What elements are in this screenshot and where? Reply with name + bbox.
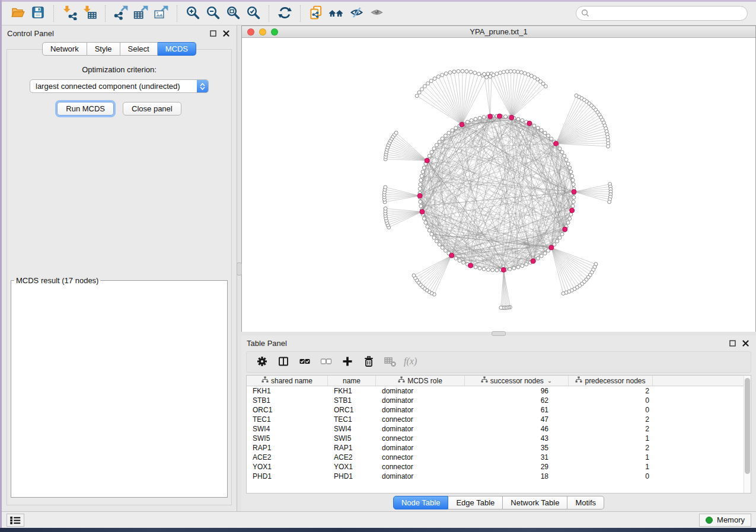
table-scrollbar[interactable]	[744, 376, 751, 493]
maximize-window-button[interactable]	[271, 28, 278, 36]
table-cell[interactable]: 2	[569, 444, 653, 452]
table-cell[interactable]: 29	[465, 463, 569, 471]
vertical-splitter[interactable]	[237, 25, 241, 511]
table-cell[interactable]: connector	[376, 463, 465, 471]
table-cell[interactable]: 18	[465, 472, 569, 480]
table-cell[interactable]: 0	[569, 396, 653, 405]
table-scrollbar-thumb[interactable]	[745, 378, 750, 474]
minimize-window-button[interactable]	[259, 28, 266, 36]
horizontal-splitter[interactable]	[241, 332, 756, 335]
tab-style[interactable]: Style	[87, 42, 120, 56]
optimization-criterion-dropdown[interactable]: largest connected component (undirected)	[30, 79, 209, 93]
table-cell[interactable]: 62	[465, 396, 569, 405]
table-row[interactable]: SWI5SWI5connector431	[247, 434, 751, 443]
search-input[interactable]	[576, 6, 748, 21]
save-session-button[interactable]	[28, 4, 48, 23]
hide-selected-button[interactable]	[346, 4, 366, 23]
table-cell[interactable]: dominator	[376, 425, 465, 433]
memory-button[interactable]: Memory	[699, 514, 751, 527]
table-cell[interactable]: RAP1	[328, 444, 376, 452]
table-cell[interactable]: ORC1	[328, 406, 376, 414]
tab-mcds[interactable]: MCDS	[158, 42, 196, 56]
network-canvas[interactable]	[242, 38, 755, 332]
delete-column-button[interactable]	[358, 353, 379, 371]
column-header-name[interactable]: name	[328, 376, 376, 386]
float-table-panel-button[interactable]	[727, 338, 738, 348]
table-cell[interactable]: 46	[465, 425, 569, 433]
table-cell[interactable]: PHD1	[247, 472, 328, 480]
show-all-button[interactable]	[366, 4, 387, 23]
close-panel-button[interactable]	[221, 28, 231, 39]
close-window-button[interactable]	[247, 28, 254, 36]
deselect-all-button[interactable]	[315, 353, 337, 371]
table-options-button[interactable]	[251, 353, 273, 371]
select-all-button[interactable]	[294, 353, 315, 371]
duplicate-network-button[interactable]	[306, 4, 326, 23]
table-cell[interactable]: connector	[376, 434, 465, 443]
table-cell[interactable]: 2	[569, 425, 653, 433]
table-cell[interactable]: STB1	[328, 396, 376, 405]
table-cell[interactable]: SWI5	[247, 434, 328, 443]
table-cell[interactable]: TEC1	[328, 415, 376, 424]
export-network-button[interactable]	[111, 4, 131, 23]
show-task-history-button[interactable]	[7, 514, 24, 527]
table-row[interactable]: SWI4SWI4dominator462	[247, 424, 751, 434]
open-session-button[interactable]	[8, 4, 28, 23]
column-header-successor-nodes[interactable]: successor nodes⌄	[465, 376, 569, 386]
table-cell[interactable]: dominator	[376, 472, 465, 480]
table-row[interactable]: RAP1RAP1dominator352	[247, 443, 751, 453]
table-row[interactable]: ACE2ACE2connector311	[247, 453, 751, 462]
tab-network-table[interactable]: Network Table	[503, 496, 567, 509]
import-network-button[interactable]	[59, 4, 79, 23]
table-row[interactable]: YOX1YOX1connector291	[247, 462, 751, 472]
table-cell[interactable]: YOX1	[247, 463, 328, 471]
refresh-button[interactable]	[275, 4, 295, 23]
tab-node-table[interactable]: Node Table	[393, 496, 449, 509]
show-column-button[interactable]	[273, 353, 294, 371]
first-neighbors-button[interactable]	[326, 4, 346, 23]
column-header-shared-name[interactable]: shared name	[247, 376, 328, 386]
table-cell[interactable]: 1	[569, 463, 653, 471]
tab-edge-table[interactable]: Edge Table	[448, 496, 503, 509]
zoom-in-button[interactable]	[183, 4, 203, 23]
zoom-selected-button[interactable]	[243, 4, 263, 23]
network-graph[interactable]	[242, 38, 755, 331]
export-image-button[interactable]	[151, 4, 171, 23]
close-mcds-panel-button[interactable]: Close panel	[123, 102, 181, 116]
create-column-button[interactable]	[337, 353, 358, 371]
table-cell[interactable]: 35	[465, 444, 569, 452]
table-cell[interactable]: dominator	[376, 406, 465, 414]
float-panel-button[interactable]	[208, 28, 218, 39]
table-cell[interactable]: 1	[569, 453, 653, 462]
table-cell[interactable]: connector	[376, 415, 465, 424]
table-row[interactable]: STB1STB1dominator620	[247, 396, 751, 405]
table-cell[interactable]: ACE2	[328, 453, 376, 462]
table-cell[interactable]: SWI5	[328, 434, 376, 443]
table-cell[interactable]: SWI4	[328, 425, 376, 433]
table-cell[interactable]: RAP1	[247, 444, 328, 452]
table-cell[interactable]: 2	[569, 387, 653, 395]
table-cell[interactable]: SWI4	[247, 425, 328, 433]
close-table-panel-button[interactable]	[740, 338, 751, 348]
table-cell[interactable]: FKH1	[247, 387, 328, 395]
horizontal-splitter-handle[interactable]	[492, 331, 506, 336]
function-builder-button[interactable]: f(x)	[401, 353, 422, 371]
table-cell[interactable]: FKH1	[328, 387, 376, 395]
table-cell[interactable]: dominator	[376, 444, 465, 452]
import-table-button[interactable]	[79, 4, 100, 23]
zoom-out-button[interactable]	[203, 4, 223, 23]
table-cell[interactable]: 2	[569, 415, 653, 424]
table-row[interactable]: PHD1PHD1dominator180	[247, 472, 751, 481]
table-cell[interactable]: STB1	[247, 396, 328, 405]
column-header-predecessor-nodes[interactable]: predecessor nodes	[569, 376, 653, 386]
tab-network[interactable]: Network	[42, 42, 87, 56]
table-cell[interactable]: 1	[569, 434, 653, 443]
table-cell[interactable]: YOX1	[328, 463, 376, 471]
delete-table-button[interactable]	[379, 353, 401, 371]
column-header-MCDS-role[interactable]: MCDS role	[376, 376, 465, 386]
tab-motifs[interactable]: Motifs	[567, 496, 604, 509]
table-cell[interactable]: ORC1	[247, 406, 328, 414]
table-row[interactable]: ORC1ORC1dominator610	[247, 405, 751, 415]
table-cell[interactable]: 61	[465, 406, 569, 414]
table-cell[interactable]: 47	[465, 415, 569, 424]
